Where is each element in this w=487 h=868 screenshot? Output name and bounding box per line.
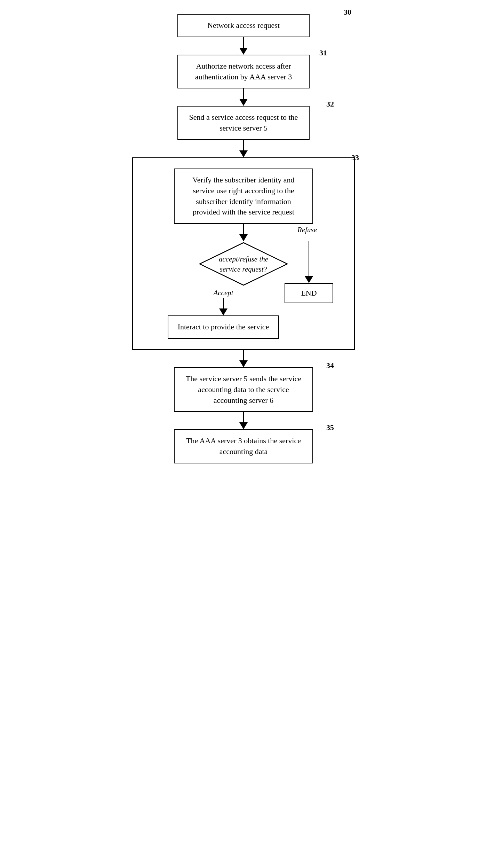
arrow-6 bbox=[239, 412, 248, 429]
step-30-box: Network access request bbox=[177, 14, 310, 37]
arrow-5 bbox=[239, 350, 248, 367]
end-text: END bbox=[301, 289, 317, 297]
step-34-box: The service server 5 sends the service a… bbox=[174, 367, 313, 412]
provide-service-box: Interact to provide the service bbox=[168, 315, 279, 339]
step-34-text: The service server 5 sends the service a… bbox=[186, 374, 301, 405]
decision-diamond: accept/refuse the service request? bbox=[198, 241, 289, 287]
step-34-label: 34 bbox=[326, 361, 334, 370]
arrow-1 bbox=[239, 37, 248, 55]
provide-service-text: Interact to provide the service bbox=[178, 322, 269, 331]
step-31-text: Authorize network access after authentic… bbox=[195, 62, 292, 81]
step-30-text: Network access request bbox=[207, 21, 280, 30]
arrow-3 bbox=[239, 140, 248, 157]
step-33-label: 33 bbox=[351, 153, 359, 162]
step-31-box: Authorize network access after authentic… bbox=[177, 55, 310, 89]
diamond-text: accept/refuse the service request? bbox=[209, 254, 278, 274]
verify-text: Verify the subscriber identity and servi… bbox=[192, 175, 294, 216]
step-35-text: The AAA server 3 obtains the service acc… bbox=[186, 436, 301, 456]
verify-box: Verify the subscriber identity and servi… bbox=[174, 169, 313, 224]
flowchart: Network access request 30 Authorize netw… bbox=[122, 14, 365, 463]
step-35-box: The AAA server 3 obtains the service acc… bbox=[174, 429, 313, 463]
step-32-label: 32 bbox=[326, 100, 334, 109]
step-32-box: Send a service access request to the ser… bbox=[177, 106, 310, 140]
step-30-label: 30 bbox=[344, 8, 351, 17]
refuse-label: Refuse bbox=[297, 226, 317, 234]
step-35-label: 35 bbox=[326, 423, 334, 432]
arrow-4 bbox=[239, 224, 248, 241]
accept-label: Accept bbox=[213, 289, 233, 297]
arrow-2 bbox=[239, 88, 248, 106]
step-33-group: 33 Verify the subscriber identity and se… bbox=[132, 157, 355, 350]
end-box: END bbox=[285, 283, 333, 303]
step-32-text: Send a service access request to the ser… bbox=[189, 113, 298, 132]
step-31-label: 31 bbox=[319, 48, 327, 57]
